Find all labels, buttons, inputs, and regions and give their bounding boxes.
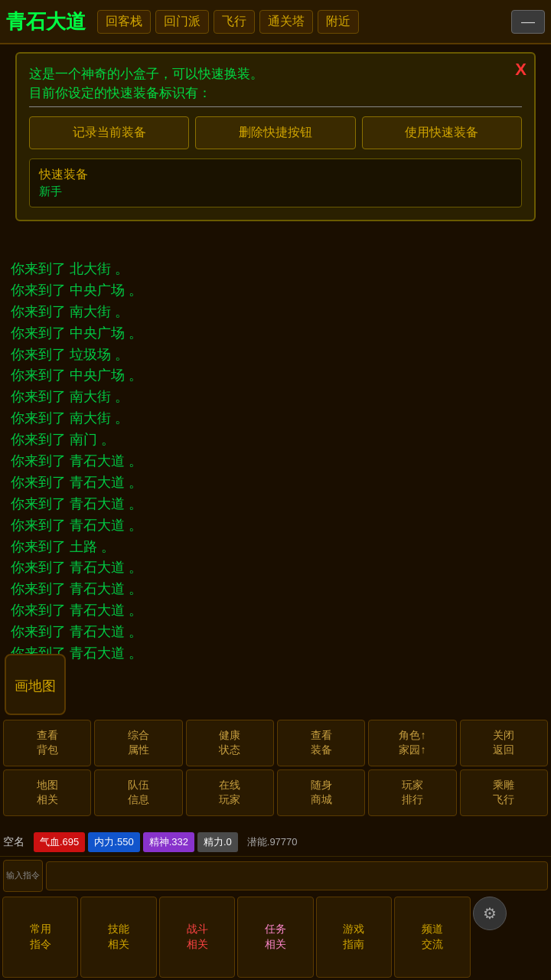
log-line: 你来到了 南门 。 bbox=[11, 430, 540, 451]
tab-channel[interactable]: 频道 交流 bbox=[394, 897, 470, 978]
tab-quest[interactable]: 任务 相关 bbox=[237, 897, 313, 978]
log-line: 你来到了 青石大道 。 bbox=[11, 600, 540, 622]
modal-title-line1: 这是一个神奇的小盒子，可以快速换装。 bbox=[29, 64, 522, 84]
action-grid: 查看 背包综合 属性健康 状态查看 装备角色↑ 家园↑关闭 返回地图 相关队伍 … bbox=[0, 717, 551, 819]
log-line: 你来到了 青石大道 。 bbox=[11, 557, 540, 579]
log-line: 你来到了 南大街 。 bbox=[11, 408, 540, 430]
tab-guide[interactable]: 游戏 指南 bbox=[316, 897, 392, 978]
gear-icon: ⚙ bbox=[483, 904, 497, 923]
btn-equipment[interactable]: 查看 装备 bbox=[277, 720, 365, 766]
modal-action-buttons: 记录当前装备 删除快捷按钮 使用快速装备 bbox=[29, 116, 522, 149]
log-line: 你来到了 垃圾场 。 bbox=[11, 345, 540, 366]
btn-attributes[interactable]: 综合 属性 bbox=[94, 720, 182, 766]
log-line: 你来到了 土路 。 bbox=[11, 537, 540, 558]
log-line: 你来到了 北大街 。 bbox=[11, 259, 540, 280]
modal-overlay: X 这是一个神奇的小盒子，可以快速换装。 目前你设定的快速装备标识有： 记录当前… bbox=[0, 44, 551, 229]
log-line: 你来到了 中央广场 。 bbox=[11, 280, 540, 302]
modal-title-line2: 目前你设定的快速装备标识有： bbox=[29, 84, 522, 102]
sp-bar: 精神.332 bbox=[143, 832, 194, 852]
quick-equip-modal: X 这是一个神奇的小盒子，可以快速换装。 目前你设定的快速装备标识有： 记录当前… bbox=[15, 52, 536, 221]
log-line: 你来到了 南大街 。 bbox=[11, 302, 540, 323]
location-title: 青石大道 bbox=[6, 8, 86, 35]
btn-rank[interactable]: 玩家 排行 bbox=[368, 769, 456, 816]
btn-map[interactable]: 地图 相关 bbox=[3, 769, 91, 816]
log-line: 你来到了 南大街 。 bbox=[11, 387, 540, 408]
mp-bar: 内力.550 bbox=[88, 832, 139, 852]
btn-shop[interactable]: 随身 商城 bbox=[277, 769, 365, 816]
log-line: 你来到了 青石大道 。 bbox=[11, 622, 540, 643]
equip-list-label: 快速装备 bbox=[39, 167, 512, 183]
settings-button[interactable]: ⚙ bbox=[473, 897, 507, 930]
input-icon-label: 输入指令 bbox=[6, 870, 40, 881]
command-input[interactable] bbox=[46, 861, 548, 890]
minimize-button[interactable]: — bbox=[511, 10, 545, 34]
status-bar: 空名 气血.695 内力.550 精神.332 精力.0 潜能.97770 bbox=[0, 828, 551, 856]
input-row: 输入指令 bbox=[0, 856, 551, 894]
btn-online[interactable]: 在线 玩家 bbox=[186, 769, 274, 816]
nav-btn-home[interactable]: 回客栈 bbox=[97, 10, 151, 34]
modal-divider bbox=[29, 106, 522, 107]
use-quick-equip-button[interactable]: 使用快速装备 bbox=[362, 116, 522, 149]
stamina-bar: 精力.0 bbox=[197, 832, 238, 852]
input-command-icon[interactable]: 输入指令 bbox=[3, 860, 43, 892]
delete-shortcut-button[interactable]: 删除快捷按钮 bbox=[195, 116, 355, 149]
tab-combat[interactable]: 战斗 相关 bbox=[159, 897, 235, 978]
log-line: 你来到了 青石大道 。 bbox=[11, 472, 540, 494]
modal-close-button[interactable]: X bbox=[515, 60, 527, 80]
potential-bar: 潜能.97770 bbox=[241, 832, 304, 852]
tab-common[interactable]: 常用 指令 bbox=[2, 897, 78, 978]
btn-backpack[interactable]: 查看 背包 bbox=[3, 720, 91, 766]
nav-btn-nearby[interactable]: 附近 bbox=[318, 10, 359, 34]
log-line: 你来到了 中央广场 。 bbox=[11, 365, 540, 387]
bottom-nav: 输入指令 常用 指令技能 相关战斗 相关任务 相关游戏 指南频道 交流⚙ bbox=[0, 856, 551, 980]
hp-bar: 气血.695 bbox=[34, 832, 85, 852]
nav-btn-tower[interactable]: 通关塔 bbox=[259, 10, 313, 34]
tab-skills[interactable]: 技能 相关 bbox=[80, 897, 156, 978]
log-line: 你来到了 青石大道 。 bbox=[11, 451, 540, 472]
bottom-tabs: 常用 指令技能 相关战斗 相关任务 相关游戏 指南频道 交流⚙ bbox=[0, 894, 551, 980]
log-line: 你来到了 中央广场 。 bbox=[11, 323, 540, 345]
btn-character[interactable]: 角色↑ 家园↑ bbox=[368, 720, 456, 766]
btn-fly[interactable]: 乘雕 飞行 bbox=[460, 769, 548, 816]
nav-btn-sect[interactable]: 回门派 bbox=[155, 10, 209, 34]
equip-list-area: 快速装备 新手 bbox=[29, 158, 522, 207]
btn-health[interactable]: 健康 状态 bbox=[186, 720, 274, 766]
btn-close[interactable]: 关闭 返回 bbox=[460, 720, 548, 766]
map-draw-button[interactable]: 画地图 bbox=[5, 654, 66, 715]
log-line: 你来到了 青石大道 。 bbox=[11, 643, 540, 665]
btn-team[interactable]: 队伍 信息 bbox=[94, 769, 182, 816]
log-line: 你来到了 青石大道 。 bbox=[11, 494, 540, 515]
record-equip-button[interactable]: 记录当前装备 bbox=[29, 116, 189, 149]
log-line: 你来到了 青石大道 。 bbox=[11, 515, 540, 537]
log-line: 你来到了 青石大道 。 bbox=[11, 579, 540, 600]
player-name: 空名 bbox=[3, 835, 31, 849]
top-nav: 青石大道 回客栈 回门派 飞行 通关塔 附近 — bbox=[0, 0, 551, 44]
equip-list-item: 新手 bbox=[39, 185, 512, 199]
nav-btn-fly[interactable]: 飞行 bbox=[214, 10, 255, 34]
